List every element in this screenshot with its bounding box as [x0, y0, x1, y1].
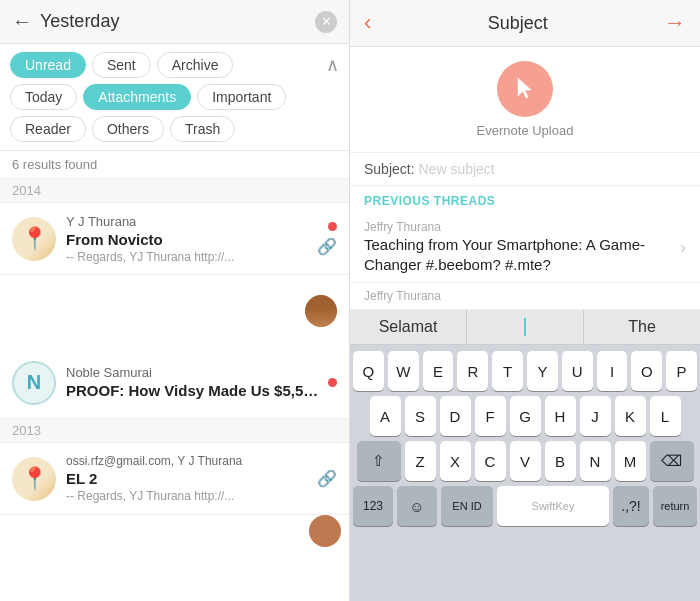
collapse-button[interactable]: ∧: [326, 54, 339, 76]
filter-area: Unread Sent Archive ∧ Today Attachments …: [0, 44, 349, 151]
num-key[interactable]: 123: [353, 486, 393, 526]
right-panel: ‹ Subject → Evernote Upload Subject: New…: [350, 0, 700, 601]
key-c[interactable]: C: [475, 441, 506, 481]
right-panel-title: Subject: [488, 13, 548, 34]
thread-item-2[interactable]: Jeffry Thurana: [350, 283, 700, 310]
email-item[interactable]: [0, 275, 349, 347]
autocomplete-the[interactable]: The: [584, 310, 700, 344]
compose-area: Evernote Upload: [350, 47, 700, 153]
keyboard-row-3: ⇧ Z X C V B N M ⌫: [353, 441, 697, 481]
key-d[interactable]: D: [440, 396, 471, 436]
avatar: [12, 217, 56, 261]
filter-row-2: Today Attachments Important: [10, 84, 339, 110]
thread-sender-2: Jeffry Thurana: [364, 289, 686, 303]
key-l[interactable]: L: [650, 396, 681, 436]
key-i[interactable]: I: [597, 351, 628, 391]
year-header-2013: 2013: [0, 419, 349, 443]
emoji-key[interactable]: ☺: [397, 486, 437, 526]
filter-others[interactable]: Others: [92, 116, 164, 142]
previous-threads-header: PREVIOUS THREADS: [350, 186, 700, 212]
email-sender: Y J Thurana: [66, 214, 311, 229]
key-e[interactable]: E: [423, 351, 454, 391]
thread-sender: Jeffry Thurana: [364, 220, 680, 234]
subject-placeholder: New subject: [418, 161, 494, 177]
key-a[interactable]: A: [370, 396, 401, 436]
key-q[interactable]: Q: [353, 351, 384, 391]
right-header: ‹ Subject →: [350, 0, 700, 47]
filter-trash[interactable]: Trash: [170, 116, 235, 142]
filter-attachments[interactable]: Attachments: [83, 84, 191, 110]
key-o[interactable]: O: [631, 351, 662, 391]
key-s[interactable]: S: [405, 396, 436, 436]
email-body: ossi.rfz@gmail.com, Y J Thurana EL 2 -- …: [66, 454, 311, 503]
thread-content: Jeffry Thurana Teaching from Your Smartp…: [364, 220, 680, 274]
filter-sent[interactable]: Sent: [92, 52, 151, 78]
subject-label: Subject:: [364, 161, 418, 177]
key-j[interactable]: J: [580, 396, 611, 436]
email-item[interactable]: ossi.rfz@gmail.com, Y J Thurana EL 2 -- …: [0, 443, 349, 515]
attachment-icon: 🔗: [317, 237, 337, 256]
filter-reader[interactable]: Reader: [10, 116, 86, 142]
thread-subject: Teaching from Your Smartphone: A Game-Ch…: [364, 235, 680, 274]
key-g[interactable]: G: [510, 396, 541, 436]
email-sender: Noble Samurai: [66, 365, 322, 380]
email-meta: 🔗: [317, 469, 337, 488]
key-f[interactable]: F: [475, 396, 506, 436]
key-n[interactable]: N: [580, 441, 611, 481]
return-key[interactable]: return: [653, 486, 697, 526]
swiftkey-label: SwiftKey: [532, 500, 575, 512]
filter-today[interactable]: Today: [10, 84, 77, 110]
text-cursor: [524, 318, 526, 336]
autocomplete-center[interactable]: [467, 310, 584, 344]
email-subject: EL 2: [66, 470, 311, 487]
unread-indicator: [328, 222, 337, 231]
email-item[interactable]: N Noble Samurai PROOF: How Vidsy Made Us…: [0, 347, 349, 419]
email-preview: -- Regards, YJ Thurana http://...: [66, 250, 311, 264]
chevron-right-icon: ›: [680, 237, 686, 258]
backspace-key[interactable]: ⌫: [650, 441, 694, 481]
key-t[interactable]: T: [492, 351, 523, 391]
key-x[interactable]: X: [440, 441, 471, 481]
filter-archive[interactable]: Archive: [157, 52, 234, 78]
space-key[interactable]: SwiftKey: [497, 486, 609, 526]
autocomplete-selamat[interactable]: Selamat: [350, 310, 467, 344]
key-h[interactable]: H: [545, 396, 576, 436]
left-nav-arrow[interactable]: ‹: [364, 10, 371, 36]
email-list: 2014 Y J Thurana From Novicto -- Regards…: [0, 179, 349, 601]
filter-row-1: Unread Sent Archive ∧: [10, 52, 339, 78]
email-item[interactable]: Y J Thurana From Novicto -- Regards, YJ …: [0, 203, 349, 275]
keyboard-row-4: 123 ☺ EN ID SwiftKey .,?! return: [353, 486, 697, 526]
key-u[interactable]: U: [562, 351, 593, 391]
key-v[interactable]: V: [510, 441, 541, 481]
keyboard-row-2: A S D F G H J K L: [353, 396, 697, 436]
filter-important[interactable]: Important: [197, 84, 286, 110]
email-sender: ossi.rfz@gmail.com, Y J Thurana: [66, 454, 311, 468]
unread-indicator: [328, 378, 337, 387]
key-z[interactable]: Z: [405, 441, 436, 481]
avatar: [12, 457, 56, 501]
email-subject: From Novicto: [66, 231, 311, 248]
key-m[interactable]: M: [615, 441, 646, 481]
evernote-label: Evernote Upload: [477, 123, 574, 138]
email-body: Noble Samurai PROOF: How Vidsy Made Us $…: [66, 365, 322, 401]
key-b[interactable]: B: [545, 441, 576, 481]
right-nav-arrow[interactable]: →: [664, 10, 686, 36]
shift-key[interactable]: ⇧: [357, 441, 401, 481]
subject-field[interactable]: Subject: New subject: [350, 153, 700, 186]
thread-item[interactable]: Jeffry Thurana Teaching from Your Smartp…: [350, 212, 700, 283]
key-p[interactable]: P: [666, 351, 697, 391]
key-k[interactable]: K: [615, 396, 646, 436]
key-w[interactable]: W: [388, 351, 419, 391]
lang-key[interactable]: EN ID: [441, 486, 493, 526]
key-y[interactable]: Y: [527, 351, 558, 391]
year-header-2014: 2014: [0, 179, 349, 203]
email-body: Y J Thurana From Novicto -- Regards, YJ …: [66, 214, 311, 264]
left-header: ← Yesterday ✕: [0, 0, 349, 44]
key-r[interactable]: R: [457, 351, 488, 391]
attachment-icon: 🔗: [317, 469, 337, 488]
close-button[interactable]: ✕: [315, 11, 337, 33]
keyboard: Q W E R T Y U I O P A S D F G H J K L ⇧ …: [350, 345, 700, 601]
back-arrow-icon[interactable]: ←: [12, 10, 32, 33]
punct-key[interactable]: .,?!: [613, 486, 649, 526]
filter-unread[interactable]: Unread: [10, 52, 86, 78]
